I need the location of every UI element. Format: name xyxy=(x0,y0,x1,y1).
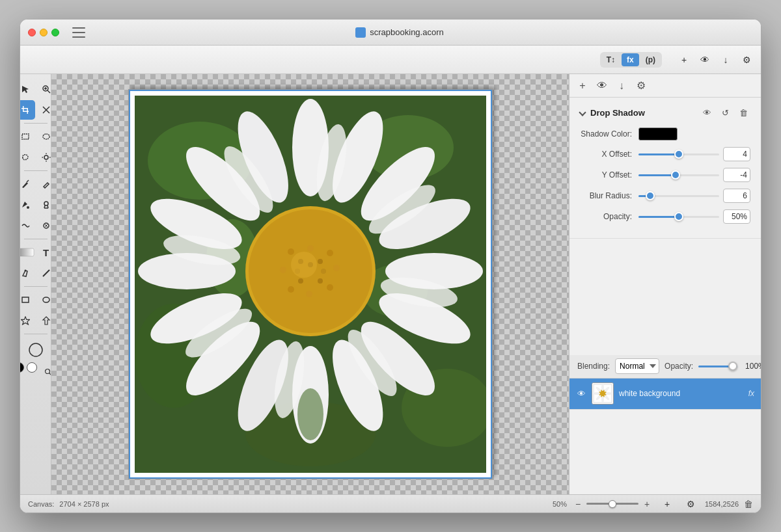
dodge-tool[interactable] xyxy=(36,195,52,215)
blending-label: Blending: xyxy=(577,362,610,371)
x-offset-value[interactable]: 4 xyxy=(723,147,750,161)
zoom-tool[interactable] xyxy=(36,79,52,99)
pen-tool[interactable] xyxy=(20,263,35,283)
arrow-shape-tool[interactable] xyxy=(36,311,52,330)
status-coords: 1584,2526 xyxy=(705,500,739,508)
panel-eye-button[interactable]: 👁 xyxy=(594,78,610,94)
svg-point-83 xyxy=(321,269,326,274)
svg-point-75 xyxy=(288,286,294,293)
zoom-in-button[interactable]: + xyxy=(641,498,653,510)
svg-point-95 xyxy=(594,392,600,395)
status-bar: Canvas: 2704 × 2578 px 50% − + + ⚙ 1584,… xyxy=(20,494,761,512)
panel-settings-button[interactable]: ⚙ xyxy=(633,78,649,94)
effect-toggle[interactable] xyxy=(579,109,586,116)
layer-name: white background xyxy=(619,389,743,398)
ellipse-shape-tool[interactable] xyxy=(36,290,52,310)
opacity-slider[interactable] xyxy=(638,216,719,218)
background-color[interactable] xyxy=(27,362,37,373)
zoom-slider[interactable] xyxy=(586,503,638,505)
sidebar-toggle-button[interactable] xyxy=(72,27,85,38)
smudge-tool[interactable] xyxy=(20,216,35,235)
svg-point-84 xyxy=(291,252,317,278)
svg-point-89 xyxy=(601,384,604,391)
paint-bucket-tool[interactable] xyxy=(20,195,35,215)
eye-button[interactable]: 👁 xyxy=(696,51,714,69)
brush-tool[interactable] xyxy=(20,174,35,194)
reset-icon-btn[interactable]: ↺ xyxy=(718,105,732,120)
effect-header-icons: 👁 ↺ 🗑 xyxy=(700,105,750,120)
layer-opacity-value: 100% xyxy=(745,362,761,371)
layer-visibility-icon[interactable]: 👁 xyxy=(576,388,586,399)
svg-line-27 xyxy=(43,270,49,276)
svg-point-76 xyxy=(280,267,286,273)
minimize-button[interactable] xyxy=(40,29,48,36)
blur-radius-row: Blur Radius: 6 xyxy=(580,189,750,203)
x-offset-row: X Offset: 4 xyxy=(580,147,750,161)
tab-text[interactable]: T↕ xyxy=(601,53,620,66)
blending-select[interactable]: Normal Multiply Screen Overlay Darken Li… xyxy=(615,358,659,374)
gradient-tool[interactable] xyxy=(20,243,35,262)
svg-rect-8 xyxy=(27,108,28,114)
layer-opacity-slider[interactable] xyxy=(698,366,737,367)
svg-point-72 xyxy=(333,265,340,271)
add-button[interactable]: + xyxy=(675,51,693,69)
svg-point-93 xyxy=(601,396,604,403)
text-tool[interactable]: T xyxy=(36,243,52,262)
app-window: scrapbooking.acorn T↕ fx (p) + 👁 ↓ ⚙ xyxy=(20,19,761,513)
layer-item[interactable]: 👁 xyxy=(569,379,761,410)
download-button[interactable]: ↓ xyxy=(717,51,735,69)
color-circle[interactable] xyxy=(26,340,46,360)
opacity-label: Opacity: xyxy=(580,212,638,221)
blur-radius-slider-container xyxy=(638,195,719,197)
visibility-icon-btn[interactable]: 👁 xyxy=(700,105,714,120)
star-tool[interactable] xyxy=(20,311,35,330)
canvas-label: Canvas: xyxy=(28,500,54,508)
arrow-tool[interactable] xyxy=(20,79,35,99)
tool-row-5 xyxy=(20,174,51,194)
zoom-tool-bottom[interactable] xyxy=(38,362,52,382)
zoom-out-button[interactable]: − xyxy=(572,498,584,510)
ellipse-select-tool[interactable] xyxy=(36,127,52,146)
status-add-button[interactable]: + xyxy=(658,495,676,513)
lasso-tool[interactable] xyxy=(20,148,35,167)
delete-icon-btn[interactable]: 🗑 xyxy=(736,105,750,120)
rect-select-tool[interactable] xyxy=(20,127,35,146)
close-button[interactable] xyxy=(28,29,36,36)
main-content: T xyxy=(20,74,761,494)
eraser-tool[interactable] xyxy=(36,174,52,194)
y-offset-value[interactable]: -4 xyxy=(723,168,750,182)
canvas-area[interactable] xyxy=(51,74,569,494)
svg-line-34 xyxy=(49,373,51,376)
panel-add-button[interactable]: + xyxy=(575,78,590,94)
blur-radius-value[interactable]: 6 xyxy=(723,189,750,203)
y-offset-slider-container xyxy=(638,174,719,176)
status-settings-button[interactable]: ⚙ xyxy=(681,495,700,513)
svg-point-85 xyxy=(297,388,323,440)
svg-point-12 xyxy=(43,134,49,139)
rect-shape-tool[interactable] xyxy=(20,290,35,310)
tool-row-11 xyxy=(20,311,51,330)
svg-line-18 xyxy=(27,180,29,182)
magic-wand-tool[interactable] xyxy=(36,148,52,167)
opacity-value[interactable]: 50% xyxy=(723,209,750,224)
window-title: scrapbooking.acorn xyxy=(90,27,709,38)
maximize-button[interactable] xyxy=(51,29,59,36)
foreground-color[interactable] xyxy=(20,362,24,373)
traffic-lights xyxy=(28,29,59,36)
panel-download-button[interactable]: ↓ xyxy=(614,78,629,94)
trash-icon[interactable]: 🗑 xyxy=(744,499,753,509)
blending-row: Blending: Normal Multiply Screen Overlay… xyxy=(569,355,761,379)
crop-tool[interactable] xyxy=(20,100,35,120)
x-offset-slider[interactable] xyxy=(638,153,719,155)
shadow-color-swatch[interactable] xyxy=(638,127,678,140)
svg-point-69 xyxy=(288,248,294,255)
tab-fx[interactable]: fx xyxy=(622,53,639,66)
move-tool[interactable] xyxy=(36,100,52,120)
line-tool[interactable] xyxy=(36,263,52,283)
clone-tool[interactable] xyxy=(36,216,52,235)
y-offset-slider[interactable] xyxy=(638,174,719,176)
settings-button[interactable]: ⚙ xyxy=(737,51,756,69)
blur-radius-slider[interactable] xyxy=(638,195,719,197)
shadow-color-label: Shadow Color: xyxy=(580,129,638,139)
tab-p[interactable]: (p) xyxy=(640,53,661,66)
